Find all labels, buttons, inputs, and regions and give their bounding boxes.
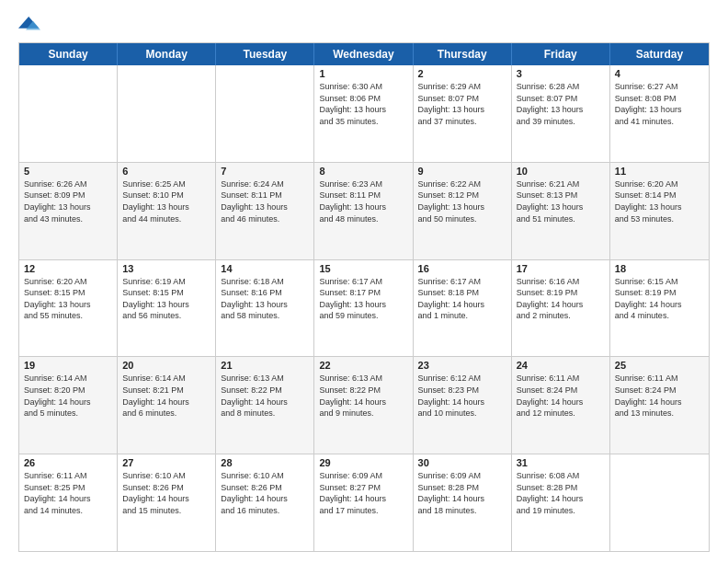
- calendar-day-cell: 7Sunrise: 6:24 AM Sunset: 8:11 PM Daylig…: [216, 163, 314, 259]
- day-number: 28: [221, 457, 309, 468]
- day-number: 17: [517, 263, 605, 274]
- calendar-week-row: 5Sunrise: 6:26 AM Sunset: 8:09 PM Daylig…: [19, 163, 709, 260]
- day-info: Sunrise: 6:14 AM Sunset: 8:21 PM Dayligh…: [122, 373, 210, 419]
- day-number: 22: [319, 360, 407, 371]
- calendar-day-cell: 28Sunrise: 6:10 AM Sunset: 8:26 PM Dayli…: [216, 454, 314, 551]
- calendar-day-cell: 23Sunrise: 6:12 AM Sunset: 8:23 PM Dayli…: [414, 357, 512, 454]
- day-number: 26: [24, 457, 112, 468]
- day-info: Sunrise: 6:08 AM Sunset: 8:28 PM Dayligh…: [517, 470, 605, 516]
- day-info: Sunrise: 6:09 AM Sunset: 8:28 PM Dayligh…: [418, 470, 506, 516]
- calendar-day-cell: 24Sunrise: 6:11 AM Sunset: 8:24 PM Dayli…: [512, 357, 610, 454]
- day-number: 11: [615, 166, 704, 177]
- day-info: Sunrise: 6:27 AM Sunset: 8:08 PM Dayligh…: [615, 81, 704, 127]
- calendar-day-cell: 14Sunrise: 6:18 AM Sunset: 8:16 PM Dayli…: [216, 260, 314, 357]
- calendar-day-cell: 13Sunrise: 6:19 AM Sunset: 8:15 PM Dayli…: [118, 260, 216, 357]
- day-number: 7: [221, 166, 309, 177]
- day-number: 13: [122, 263, 210, 274]
- calendar-week-row: 26Sunrise: 6:11 AM Sunset: 8:25 PM Dayli…: [19, 454, 709, 551]
- day-number: 16: [418, 263, 506, 274]
- day-number: 18: [615, 263, 704, 274]
- calendar-week-row: 19Sunrise: 6:14 AM Sunset: 8:20 PM Dayli…: [19, 357, 709, 454]
- day-number: 2: [418, 68, 506, 79]
- logo: [18, 15, 44, 33]
- day-info: Sunrise: 6:17 AM Sunset: 8:18 PM Dayligh…: [418, 276, 506, 322]
- calendar-header: SundayMondayTuesdayWednesdayThursdayFrid…: [19, 43, 709, 65]
- day-number: 12: [24, 263, 112, 274]
- calendar-day-cell: 19Sunrise: 6:14 AM Sunset: 8:20 PM Dayli…: [19, 357, 118, 454]
- day-info: Sunrise: 6:29 AM Sunset: 8:07 PM Dayligh…: [418, 81, 506, 127]
- day-info: Sunrise: 6:10 AM Sunset: 8:26 PM Dayligh…: [221, 470, 309, 516]
- calendar-day-cell: [610, 454, 709, 551]
- day-number: 1: [319, 68, 407, 79]
- day-info: Sunrise: 6:26 AM Sunset: 8:09 PM Dayligh…: [24, 178, 112, 224]
- calendar-week-row: 12Sunrise: 6:20 AM Sunset: 8:15 PM Dayli…: [19, 260, 709, 358]
- weekday-header: Monday: [118, 43, 216, 65]
- calendar-day-cell: 3Sunrise: 6:28 AM Sunset: 8:07 PM Daylig…: [512, 65, 610, 162]
- day-info: Sunrise: 6:11 AM Sunset: 8:24 PM Dayligh…: [517, 373, 605, 419]
- calendar: SundayMondayTuesdayWednesdayThursdayFrid…: [18, 42, 710, 552]
- day-number: 19: [24, 360, 112, 371]
- calendar-day-cell: 31Sunrise: 6:08 AM Sunset: 8:28 PM Dayli…: [512, 454, 610, 551]
- calendar-day-cell: 27Sunrise: 6:10 AM Sunset: 8:26 PM Dayli…: [118, 454, 216, 551]
- day-info: Sunrise: 6:19 AM Sunset: 8:15 PM Dayligh…: [122, 276, 210, 322]
- page: SundayMondayTuesdayWednesdayThursdayFrid…: [0, 0, 728, 563]
- calendar-day-cell: 16Sunrise: 6:17 AM Sunset: 8:18 PM Dayli…: [414, 260, 512, 357]
- day-info: Sunrise: 6:12 AM Sunset: 8:23 PM Dayligh…: [418, 373, 506, 419]
- weekday-header: Saturday: [610, 43, 709, 65]
- day-number: 5: [24, 166, 112, 177]
- calendar-day-cell: 4Sunrise: 6:27 AM Sunset: 8:08 PM Daylig…: [610, 65, 709, 162]
- day-number: 24: [517, 360, 605, 371]
- day-number: 20: [122, 360, 210, 371]
- day-info: Sunrise: 6:13 AM Sunset: 8:22 PM Dayligh…: [221, 373, 309, 419]
- day-number: 8: [319, 166, 407, 177]
- calendar-day-cell: 21Sunrise: 6:13 AM Sunset: 8:22 PM Dayli…: [216, 357, 314, 454]
- day-info: Sunrise: 6:18 AM Sunset: 8:16 PM Dayligh…: [221, 276, 309, 322]
- calendar-day-cell: 6Sunrise: 6:25 AM Sunset: 8:10 PM Daylig…: [118, 163, 216, 259]
- day-info: Sunrise: 6:21 AM Sunset: 8:13 PM Dayligh…: [517, 178, 605, 224]
- calendar-day-cell: [216, 65, 314, 162]
- logo-icon: [18, 15, 40, 33]
- calendar-day-cell: 10Sunrise: 6:21 AM Sunset: 8:13 PM Dayli…: [512, 163, 610, 259]
- calendar-day-cell: 8Sunrise: 6:23 AM Sunset: 8:11 PM Daylig…: [314, 163, 413, 259]
- weekday-header: Wednesday: [314, 43, 413, 65]
- day-info: Sunrise: 6:22 AM Sunset: 8:12 PM Dayligh…: [418, 178, 506, 224]
- day-number: 10: [517, 166, 605, 177]
- day-number: 30: [418, 457, 506, 468]
- calendar-day-cell: 30Sunrise: 6:09 AM Sunset: 8:28 PM Dayli…: [414, 454, 512, 551]
- day-info: Sunrise: 6:23 AM Sunset: 8:11 PM Dayligh…: [319, 178, 407, 224]
- day-info: Sunrise: 6:25 AM Sunset: 8:10 PM Dayligh…: [122, 178, 210, 224]
- calendar-day-cell: 2Sunrise: 6:29 AM Sunset: 8:07 PM Daylig…: [414, 65, 512, 162]
- day-number: 3: [517, 68, 605, 79]
- day-info: Sunrise: 6:20 AM Sunset: 8:15 PM Dayligh…: [24, 276, 112, 322]
- weekday-header: Friday: [512, 43, 610, 65]
- day-number: 15: [319, 263, 407, 274]
- day-info: Sunrise: 6:30 AM Sunset: 8:06 PM Dayligh…: [319, 81, 407, 127]
- calendar-day-cell: 12Sunrise: 6:20 AM Sunset: 8:15 PM Dayli…: [19, 260, 118, 357]
- day-number: 14: [221, 263, 309, 274]
- day-info: Sunrise: 6:28 AM Sunset: 8:07 PM Dayligh…: [517, 81, 605, 127]
- day-info: Sunrise: 6:16 AM Sunset: 8:19 PM Dayligh…: [517, 276, 605, 322]
- weekday-header: Tuesday: [216, 43, 314, 65]
- day-number: 31: [517, 457, 605, 468]
- day-info: Sunrise: 6:11 AM Sunset: 8:25 PM Dayligh…: [24, 470, 112, 516]
- day-number: 29: [319, 457, 407, 468]
- day-info: Sunrise: 6:10 AM Sunset: 8:26 PM Dayligh…: [122, 470, 210, 516]
- day-number: 27: [122, 457, 210, 468]
- calendar-day-cell: 26Sunrise: 6:11 AM Sunset: 8:25 PM Dayli…: [19, 454, 118, 551]
- day-info: Sunrise: 6:13 AM Sunset: 8:22 PM Dayligh…: [319, 373, 407, 419]
- day-info: Sunrise: 6:24 AM Sunset: 8:11 PM Dayligh…: [221, 178, 309, 224]
- calendar-day-cell: 18Sunrise: 6:15 AM Sunset: 8:19 PM Dayli…: [610, 260, 709, 357]
- weekday-header: Thursday: [414, 43, 512, 65]
- day-info: Sunrise: 6:09 AM Sunset: 8:27 PM Dayligh…: [319, 470, 407, 516]
- calendar-day-cell: 29Sunrise: 6:09 AM Sunset: 8:27 PM Dayli…: [314, 454, 413, 551]
- calendar-day-cell: [118, 65, 216, 162]
- day-number: 23: [418, 360, 506, 371]
- day-number: 9: [418, 166, 506, 177]
- calendar-day-cell: 17Sunrise: 6:16 AM Sunset: 8:19 PM Dayli…: [512, 260, 610, 357]
- header: [18, 15, 710, 33]
- day-info: Sunrise: 6:15 AM Sunset: 8:19 PM Dayligh…: [615, 276, 704, 322]
- day-number: 21: [221, 360, 309, 371]
- calendar-body: 1Sunrise: 6:30 AM Sunset: 8:06 PM Daylig…: [19, 65, 709, 551]
- calendar-day-cell: 5Sunrise: 6:26 AM Sunset: 8:09 PM Daylig…: [19, 163, 118, 259]
- calendar-week-row: 1Sunrise: 6:30 AM Sunset: 8:06 PM Daylig…: [19, 65, 709, 163]
